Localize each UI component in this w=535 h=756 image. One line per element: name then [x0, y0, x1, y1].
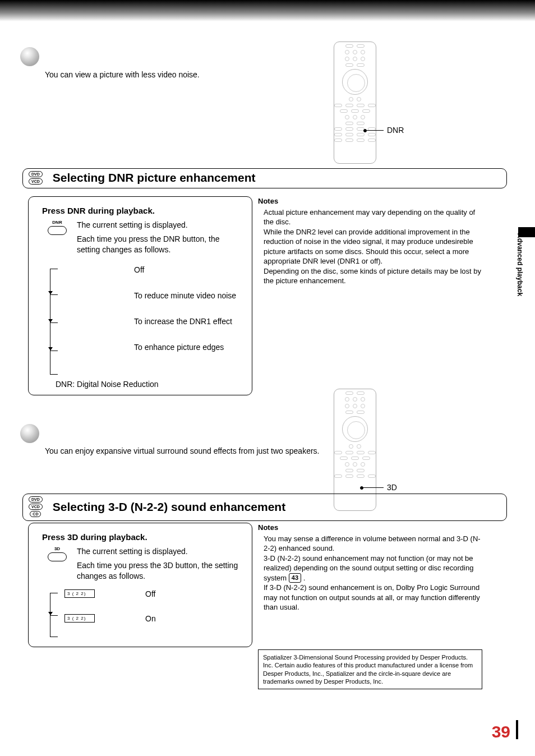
- instr-line1-dnr: The current setting is displayed.: [77, 220, 244, 231]
- instr-title-3d: Press 3D during playback.: [42, 532, 244, 542]
- disc-badges: DVD VCD CD: [29, 496, 43, 517]
- section-title-dnr: Selecting DNR picture enhancement: [53, 171, 256, 185]
- note-3d-1b: .: [303, 574, 306, 582]
- state-box-off: 3 ( 2 2): [64, 589, 95, 598]
- sidebar-chapter-label: Advanced playback: [516, 233, 524, 296]
- top-gradient: [0, 0, 535, 21]
- trademark-box: Spatializer 3-Dimensional Sound Processi…: [258, 649, 482, 689]
- dnr-state-2: To increase the DNR1 effect: [134, 317, 232, 326]
- instr-line2-3d: Each time you press the 3D button, the s…: [77, 560, 244, 582]
- threeD-button-icon: 3D: [48, 546, 67, 561]
- dnr-state-off: Off: [134, 265, 144, 274]
- dnr-state-3: To enhance picture edges: [134, 343, 224, 352]
- instruction-box-dnr: Press DNR during playback. DNR The curre…: [28, 196, 252, 395]
- page-number: 39: [492, 722, 510, 741]
- callout-line: [367, 130, 384, 131]
- notes-heading-3d: Notes: [258, 523, 482, 533]
- badge-dvd: DVD: [29, 496, 43, 503]
- page: You can view a picture with less video n…: [0, 0, 535, 756]
- sphere-icon: [20, 424, 39, 443]
- state-box-on: 3 ( 2 2): [64, 614, 95, 623]
- instr-line2-dnr: Each time you press the DNR button, the …: [77, 234, 244, 255]
- remote-illustration-dnr: [334, 42, 376, 164]
- threeD-button-label: 3D: [54, 546, 60, 551]
- section-heading-3d: DVD VCD CD Selecting 3-D (N-2-2) sound e…: [22, 494, 507, 521]
- dnr-button-marker: [363, 129, 367, 132]
- note-dnr-2: Depending on the disc, some kinds of pic…: [264, 266, 482, 286]
- dnr-footnote: DNR: Digital Noise Reduction: [56, 380, 244, 389]
- page-ref-box: 43: [289, 573, 301, 583]
- section-title-3d: Selecting 3-D (N-2-2) sound enhancement: [53, 500, 285, 514]
- notes-dnr: Notes Actual picture enhancement may var…: [258, 196, 482, 286]
- threeD-button-marker: [360, 486, 363, 490]
- intro-dnr-text: You can view a picture with less video n…: [45, 70, 200, 79]
- instr-title-dnr: Press DNR during playback.: [42, 206, 244, 215]
- badge-vcd: VCD: [29, 504, 43, 510]
- threeD-state-off: Off: [145, 589, 155, 598]
- callout-line: [362, 487, 384, 488]
- notes-3d: Notes You may sense a difference in volu…: [258, 523, 482, 612]
- remote-illustration-3d: [334, 389, 376, 511]
- sphere-icon: [20, 47, 39, 66]
- notes-heading: Notes: [258, 196, 482, 206]
- threeD-state-on: On: [145, 614, 156, 623]
- intro-sound-text: You can enjoy expansive virtual surround…: [45, 446, 320, 455]
- badge-dvd: DVD: [29, 171, 43, 177]
- section-heading-dnr: DVD VCD Selecting DNR picture enhancemen…: [22, 168, 507, 188]
- instruction-box-3d: Press 3D during playback. 3D The current…: [28, 523, 252, 647]
- badge-cd: CD: [30, 511, 41, 517]
- disc-badges: DVD VCD: [29, 171, 43, 185]
- note-3d-1: 3-D (N-2-2) sound enhancement may not fu…: [264, 554, 482, 583]
- dnr-button-icon: DNR: [48, 220, 67, 235]
- note-3d-0: You may sense a difference in volume bet…: [264, 534, 482, 554]
- dnr-button-label: DNR: [52, 220, 62, 225]
- callout-label-3d: 3D: [387, 483, 397, 492]
- note-dnr-0: Actual picture enhancement may vary depe…: [264, 208, 482, 227]
- page-number-bar: [516, 720, 518, 739]
- badge-vcd: VCD: [29, 178, 43, 185]
- callout-label-dnr: DNR: [387, 126, 404, 135]
- note-dnr-1: While the DNR2 level can provide additio…: [264, 227, 482, 266]
- note-3d-2: If 3-D (N-2-2) sound enhancement is on, …: [264, 583, 482, 612]
- instr-line1-3d: The current setting is displayed.: [77, 546, 244, 557]
- dnr-state-1: To reduce minute video noise: [134, 291, 236, 300]
